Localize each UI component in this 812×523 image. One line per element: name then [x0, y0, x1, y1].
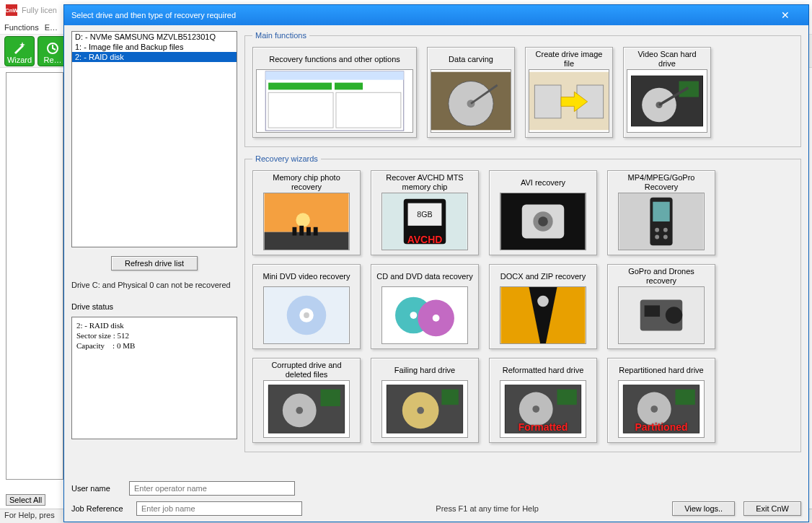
app-icon: CnW — [6, 4, 17, 16]
main-functions-legend: Main functions — [252, 31, 309, 40]
screenshot-icon — [256, 69, 413, 133]
card-mini-dvd[interactable]: Mini DVD video recovery — [252, 264, 361, 349]
recovery-wizards-group: Recovery wizards Memory chip photo recov… — [244, 154, 801, 452]
sunset-photo-icon — [263, 193, 350, 250]
svg-point-41 — [655, 235, 659, 239]
user-name-label: User name — [71, 484, 122, 493]
camera-icon — [500, 193, 586, 250]
hdd-open-icon — [263, 380, 350, 438]
svg-point-50 — [410, 312, 418, 319]
drive-status-label: Drive status — [71, 302, 237, 311]
drive-list-item[interactable]: 2: - RAID disk — [72, 52, 237, 62]
drive-list[interactable]: D: - NVMe SAMSUNG MZVLB512301Q 1: - Imag… — [71, 31, 237, 247]
svg-rect-20 — [679, 82, 700, 97]
svg-rect-5 — [268, 83, 332, 90]
menu-functions[interactable]: Functions — [4, 23, 39, 32]
svg-point-51 — [433, 315, 440, 322]
card-create-image[interactable]: Create drive image file — [525, 47, 613, 138]
svg-rect-25 — [299, 226, 304, 236]
svg-point-54 — [537, 296, 549, 307]
svg-rect-74 — [676, 390, 695, 405]
svg-rect-24 — [293, 227, 297, 236]
refresh-drive-list-button[interactable]: Refresh drive list — [111, 256, 198, 271]
recovery-wizards-legend: Recovery wizards — [252, 154, 321, 163]
sd-card-icon: 8GBAVCHD — [381, 193, 468, 250]
svg-rect-62 — [321, 390, 340, 406]
disc-icon — [263, 286, 350, 344]
dialog-close-button[interactable]: ✕ — [769, 5, 801, 25]
gopro-icon — [618, 286, 705, 344]
svg-rect-6 — [335, 83, 363, 90]
dialog-titlebar: Select drive and then type of recovery r… — [64, 5, 808, 25]
job-reference-label: Job Reference — [71, 504, 128, 513]
svg-rect-4 — [265, 71, 404, 80]
hard-drive-icon — [627, 69, 707, 133]
main-functions-group: Main functions Recovery functions and ot… — [244, 31, 801, 147]
hdd-open-icon: Formatted — [500, 380, 586, 438]
card-gopro[interactable]: GoPro and Drones recovery — [607, 264, 715, 349]
card-recovery-functions[interactable]: Recovery functions and other options — [252, 47, 417, 138]
svg-rect-14 — [534, 85, 561, 118]
card-avi[interactable]: AVI recovery — [489, 170, 597, 255]
drive-copy-icon — [529, 69, 609, 133]
card-reformatted[interactable]: Reformatted hard drive Formatted — [489, 358, 597, 443]
recovery-dialog: Select drive and then type of recovery r… — [63, 4, 809, 522]
svg-point-40 — [663, 228, 668, 232]
card-memory-chip-photo[interactable]: Memory chip photo recovery — [252, 170, 361, 255]
svg-rect-38 — [653, 202, 669, 221]
hdd-open-icon: Partitioned — [618, 380, 705, 438]
card-video-scan[interactable]: Video Scan hard drive — [623, 47, 711, 138]
svg-point-73 — [650, 405, 658, 413]
svg-rect-7 — [268, 92, 333, 128]
svg-point-57 — [666, 307, 682, 323]
phone-icon — [618, 193, 705, 250]
drive-status-box: 2: - RAID disk Sector size : 512 Capacit… — [71, 317, 237, 439]
svg-rect-8 — [336, 92, 401, 128]
svg-point-65 — [417, 407, 424, 414]
svg-point-61 — [296, 407, 303, 414]
card-cd-dvd[interactable]: CD and DVD data recovery — [371, 264, 479, 349]
drive-list-item[interactable]: D: - NVMe SAMSUNG MZVLB512301Q — [72, 32, 237, 42]
svg-point-23 — [296, 213, 310, 227]
job-reference-input[interactable] — [136, 501, 302, 516]
svg-rect-58 — [645, 305, 660, 317]
svg-rect-26 — [306, 227, 311, 236]
svg-point-35 — [538, 216, 548, 227]
discs-icon — [381, 286, 468, 344]
card-failing[interactable]: Failing hard drive — [371, 358, 479, 443]
svg-point-42 — [663, 235, 668, 239]
card-docx-zip[interactable]: DOCX and ZIP recovery — [489, 264, 597, 349]
help-hint: Press F1 at any time for Help — [311, 504, 663, 513]
svg-text:8GB: 8GB — [417, 210, 432, 219]
card-data-carving[interactable]: Data carving — [427, 47, 515, 138]
main-left-panel — [6, 72, 63, 480]
user-name-input[interactable] — [129, 481, 295, 496]
main-title: Fully licen — [22, 6, 57, 14]
drive-note: Drive C: and Physical 0 can not be recov… — [71, 281, 237, 289]
svg-point-69 — [532, 405, 539, 413]
svg-rect-66 — [441, 390, 458, 405]
exit-cnw-button[interactable]: Exit CnW — [743, 501, 801, 516]
wizard-toolbar-button[interactable]: Wizard — [4, 36, 35, 66]
svg-rect-21 — [265, 193, 349, 232]
svg-point-39 — [655, 228, 659, 232]
card-mp4[interactable]: MP4/MPEG/GoPro Recovery — [607, 170, 715, 255]
platter-icon — [431, 69, 511, 133]
card-avchd[interactable]: Recover AVCHD MTS memory chip 8GBAVCHD — [371, 170, 479, 255]
dialog-title: Select drive and then type of recovery r… — [71, 11, 236, 19]
card-corrupted[interactable]: Corrupted drive and deleted files — [252, 358, 361, 443]
svg-rect-27 — [314, 227, 318, 236]
drive-list-item[interactable]: 1: - Image file and Backup files — [72, 42, 237, 52]
svg-rect-70 — [557, 390, 577, 405]
select-all-button[interactable]: Select All — [6, 494, 45, 506]
menu-edit[interactable]: E… — [45, 23, 58, 32]
hdd-open-icon — [381, 380, 468, 438]
zipper-icon — [500, 286, 586, 344]
svg-point-46 — [304, 312, 309, 318]
view-logs-button[interactable]: View logs.. — [672, 501, 735, 516]
card-repartitioned[interactable]: Repartitioned hard drive Partitioned — [607, 358, 715, 443]
